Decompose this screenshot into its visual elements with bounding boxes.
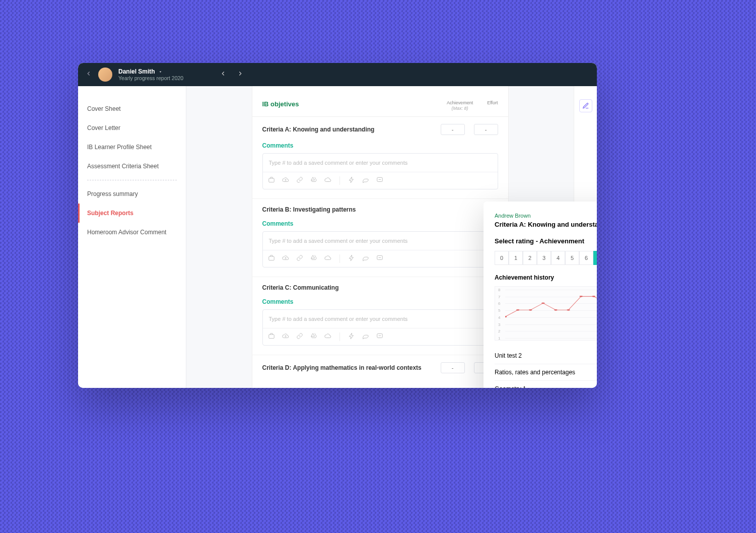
student-name[interactable]: Daniel Smith [118, 68, 183, 75]
popover-title: Criteria A: Knowing and understanding [495, 221, 597, 228]
popover-select-label: Select rating - Achievenment [495, 237, 597, 245]
svg-rect-2 [268, 256, 274, 260]
rating-option-7[interactable]: 7 [593, 251, 597, 265]
column-labels: Achievement (Max: 8) Effort [447, 100, 498, 111]
drive-icon[interactable] [310, 254, 317, 263]
svg-point-7 [516, 309, 519, 311]
comments-label: Comments [262, 142, 498, 149]
svg-point-10 [554, 309, 557, 311]
cloud-icon[interactable] [324, 254, 331, 263]
bolt-icon[interactable] [348, 176, 355, 185]
sidebar-item-ib-learner-profile[interactable]: IB Learner Profile Sheet [78, 138, 186, 157]
link-icon[interactable] [296, 176, 303, 185]
svg-point-13 [592, 296, 595, 297]
sidebar-item-cover-letter[interactable]: Cover Letter [78, 118, 186, 138]
svg-point-12 [580, 296, 583, 297]
sidebar-divider [87, 180, 177, 180]
report-subtitle: Yearly progress report 2020 [118, 75, 183, 81]
sidebar-item-progress-summary[interactable]: Progress summary [78, 184, 186, 204]
criteria-a-comment-input[interactable]: Type # to add a saved comment or enter y… [263, 154, 498, 172]
sidebar-item-assessment-criteria[interactable]: Assessment Criteria Sheet [78, 157, 186, 176]
history-label: Achievement history [495, 274, 597, 281]
cloud-upload-icon[interactable] [282, 332, 289, 341]
prev-student-icon[interactable] [220, 70, 227, 79]
criteria-a-name: Criteria A: Knowing and understanding [262, 126, 375, 133]
bolt-icon[interactable] [348, 254, 355, 263]
section-title: IB objetives [262, 100, 299, 108]
cloud-icon[interactable] [324, 332, 331, 341]
svg-point-11 [567, 309, 570, 311]
history-row: Geometry 15 [495, 381, 597, 388]
drive-icon[interactable] [310, 332, 317, 341]
sidebar: Cover Sheet Cover Letter IB Learner Prof… [78, 86, 186, 388]
rating-option-2[interactable]: 2 [523, 251, 537, 265]
rating-option-0[interactable]: 0 [495, 251, 509, 265]
sidebar-item-subject-reports[interactable]: Subject Reports [78, 204, 186, 223]
sidebar-item-homeroom-advisor[interactable]: Homeroom Advisor Comment [78, 223, 186, 242]
rating-option-3[interactable]: 3 [537, 251, 551, 265]
next-student-icon[interactable] [237, 70, 244, 79]
chat-minus-icon[interactable] [376, 254, 383, 263]
comment-toolbar [263, 172, 498, 189]
close-back-icon[interactable] [85, 70, 92, 79]
briefcase-icon[interactable] [268, 254, 275, 263]
chat-icon[interactable] [362, 176, 369, 185]
rating-popover: Andrew Brown Criteria A: Knowing and und… [484, 202, 597, 388]
link-icon[interactable] [296, 332, 303, 341]
criteria-b-comment-input[interactable]: Type # to add a saved comment or enter y… [263, 232, 498, 250]
rating-option-6[interactable]: 6 [579, 251, 593, 265]
rating-option-4[interactable]: 4 [551, 251, 565, 265]
rating-option-1[interactable]: 1 [509, 251, 523, 265]
chat-icon[interactable] [362, 332, 369, 341]
bolt-icon[interactable] [348, 332, 355, 341]
svg-rect-4 [268, 335, 274, 339]
criteria-a-effort[interactable]: - [474, 124, 498, 135]
history-list: Unit test 26Ratios, rates and percentage… [495, 348, 597, 388]
chat-minus-icon[interactable] [376, 176, 383, 185]
criteria-b-name: Criteria B: Investigating patterns [262, 206, 356, 213]
criteria-a-achievement[interactable]: - [441, 124, 465, 135]
cloud-upload-icon[interactable] [282, 254, 289, 263]
svg-point-8 [529, 309, 532, 311]
caret-down-icon [158, 70, 163, 74]
achievement-history-chart: 12345678 [495, 286, 597, 341]
history-row: Ratios, rates and percentages7 [495, 364, 597, 381]
edit-icon[interactable] [579, 99, 592, 112]
history-row: Unit test 26 [495, 348, 597, 364]
cloud-icon[interactable] [324, 176, 331, 185]
rating-picker: 012345678 [495, 251, 597, 265]
rating-option-5[interactable]: 5 [565, 251, 579, 265]
svg-point-9 [541, 302, 544, 304]
comments-label: Comments [262, 220, 498, 227]
avatar [98, 68, 112, 82]
criteria-c-name: Criteria C: Communicating [262, 284, 339, 291]
drive-icon[interactable] [310, 176, 317, 185]
cloud-upload-icon[interactable] [282, 176, 289, 185]
briefcase-icon[interactable] [268, 176, 275, 185]
popover-teacher: Andrew Brown [495, 213, 597, 219]
criteria-d-achievement[interactable]: - [441, 362, 465, 373]
comments-label: Comments [262, 298, 498, 305]
chat-minus-icon[interactable] [376, 332, 383, 341]
sidebar-item-cover-sheet[interactable]: Cover Sheet [78, 99, 186, 118]
chat-icon[interactable] [362, 254, 369, 263]
svg-rect-0 [268, 178, 274, 182]
briefcase-icon[interactable] [268, 332, 275, 341]
criteria-d-name: Criteria D: Applying mathematics in real… [262, 364, 422, 371]
criteria-c-comment-input[interactable]: Type # to add a saved comment or enter y… [263, 310, 498, 328]
link-icon[interactable] [296, 254, 303, 263]
